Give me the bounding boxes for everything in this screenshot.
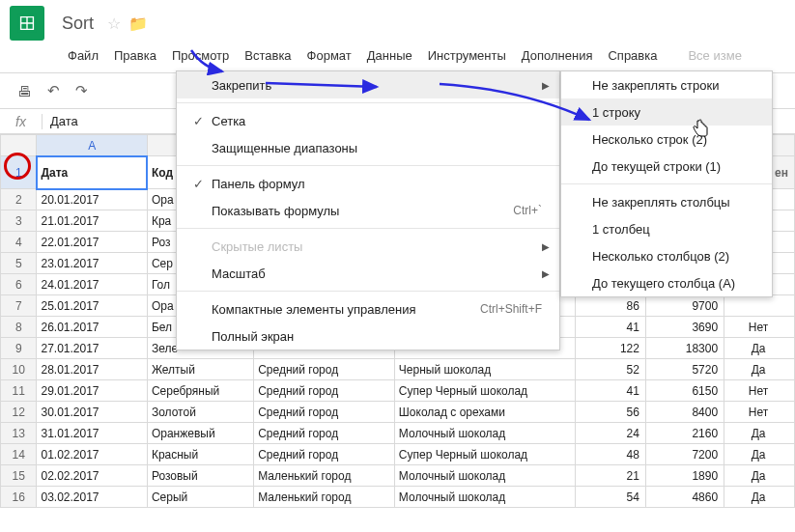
row-header[interactable]: 2 [1,189,37,210]
row-header[interactable]: 6 [1,274,37,295]
folder-icon[interactable]: 📁 [128,14,148,33]
cell[interactable]: Средний город [254,402,395,423]
menu-compact-controls[interactable]: Компактные элементы управления Ctrl+Shif… [177,295,559,322]
row-header[interactable]: 16 [1,487,37,508]
cell[interactable]: Красный [147,444,253,465]
row-header[interactable]: 14 [1,444,37,465]
cell[interactable]: Нет [724,380,795,402]
cell[interactable] [724,295,795,317]
menu-help[interactable]: Справка [600,44,665,67]
cell[interactable]: Маленький город [254,487,395,508]
cell[interactable]: Маленький город [254,465,395,487]
row-header[interactable]: 9 [1,338,37,359]
row-header[interactable]: 13 [1,423,37,444]
cell[interactable]: Средний город [254,423,395,444]
menu-gridlines[interactable]: ✓Сетка [177,107,559,134]
row-header[interactable]: 7 [1,295,37,317]
cell[interactable]: 41 [576,380,646,402]
document-title[interactable]: Sort [62,14,94,34]
row-header[interactable]: 3 [1,210,37,232]
cell[interactable]: 1890 [645,465,724,487]
cell[interactable]: 26.01.2017 [37,317,147,338]
menu-last-edit[interactable]: Все изме [680,44,749,67]
cell[interactable]: Да [724,444,795,465]
cell[interactable]: 20.01.2017 [37,189,147,210]
row-header[interactable]: 4 [1,232,37,253]
row-header[interactable]: 10 [1,359,37,380]
star-icon[interactable]: ☆ [107,14,121,33]
row-header[interactable]: 8 [1,317,37,338]
select-all-cell[interactable] [1,135,37,156]
cell[interactable]: Да [724,338,795,359]
cell[interactable]: 86 [576,295,646,317]
row-header[interactable]: 15 [1,465,37,487]
cell[interactable]: 18300 [645,338,724,359]
cell[interactable]: Да [724,423,795,444]
cell[interactable]: 31.01.2017 [37,423,147,444]
cell[interactable]: 30.01.2017 [37,402,147,423]
cell[interactable]: Золотой [147,402,253,423]
cell[interactable]: 41 [576,317,646,338]
row-header[interactable]: 5 [1,253,37,274]
cell[interactable]: Средний город [254,444,395,465]
menu-edit[interactable]: Правка [106,44,164,67]
cell[interactable]: 27.01.2017 [37,338,147,359]
undo-icon[interactable]: ↶ [42,78,66,103]
print-icon[interactable]: 🖶 [12,79,38,103]
row-header[interactable]: 12 [1,402,37,423]
cell[interactable]: Молочный шоколад [394,465,575,487]
freeze-no-cols[interactable]: Не закреплять столбцы [561,188,772,215]
cell[interactable]: Нет [724,402,795,423]
menu-show-formulas[interactable]: Показывать формулы Ctrl+` [177,197,559,224]
menu-file[interactable]: Файл [60,44,106,67]
cell[interactable]: 56 [576,402,646,423]
redo-icon[interactable]: ↷ [70,78,94,103]
cell[interactable]: Серебряный [147,380,253,402]
cell[interactable]: 3690 [645,317,724,338]
cell[interactable]: 03.02.2017 [37,487,147,508]
freeze-current-col[interactable]: До текущего столбца (A) [561,269,772,296]
cell[interactable]: Средний город [254,359,395,380]
cell[interactable]: Дата [37,156,147,189]
menu-fullscreen[interactable]: Полный экран [177,322,559,350]
cell[interactable]: Нет [724,317,795,338]
cell[interactable]: 22.01.2017 [37,232,147,253]
cell[interactable]: 21 [576,465,646,487]
menu-insert[interactable]: Вставка [237,44,298,67]
cell[interactable]: Черный шоколад [394,359,575,380]
cell[interactable]: Да [724,359,795,380]
cell[interactable]: 21.01.2017 [37,210,147,232]
menu-freeze[interactable]: Закрепить ▶ [177,71,559,98]
cell[interactable]: Да [724,465,795,487]
cell[interactable]: 01.02.2017 [37,444,147,465]
freeze-current-row[interactable]: До текущей строки (1) [561,153,772,180]
menu-view[interactable]: Просмотр [164,44,237,67]
cell[interactable]: 8400 [645,402,724,423]
cell[interactable]: 6150 [645,380,724,402]
cell[interactable]: 02.02.2017 [37,465,147,487]
cell[interactable]: Розовый [147,465,253,487]
cell[interactable]: Шоколад с орехами [394,402,575,423]
freeze-n-rows[interactable]: Несколько строк (2) [561,126,772,153]
cell[interactable]: Серый [147,487,253,508]
cell[interactable]: Супер Черный шоколад [394,380,575,402]
cell[interactable]: 7200 [645,444,724,465]
cell[interactable]: 28.01.2017 [37,359,147,380]
col-header-A[interactable]: A [37,135,147,156]
menu-tools[interactable]: Инструменты [420,44,514,67]
freeze-n-cols[interactable]: Несколько столбцов (2) [561,242,772,269]
cell[interactable]: Молочный шоколад [394,423,575,444]
cell[interactable]: 24 [576,423,646,444]
cell[interactable]: 23.01.2017 [37,253,147,274]
menu-protected-ranges[interactable]: Защищенные диапазоны [177,134,559,161]
sheets-app-icon[interactable] [10,6,44,41]
cell[interactable]: Средний город [254,380,395,402]
menu-data[interactable]: Данные [359,44,420,67]
freeze-1-row[interactable]: 1 строку [561,98,772,126]
cell[interactable]: 52 [576,359,646,380]
freeze-1-col[interactable]: 1 столбец [561,215,772,242]
cell[interactable]: 122 [576,338,646,359]
cell[interactable]: 2160 [645,423,724,444]
menu-formula-bar[interactable]: ✓Панель формул [177,170,559,197]
cell[interactable]: Оранжевый [147,423,253,444]
